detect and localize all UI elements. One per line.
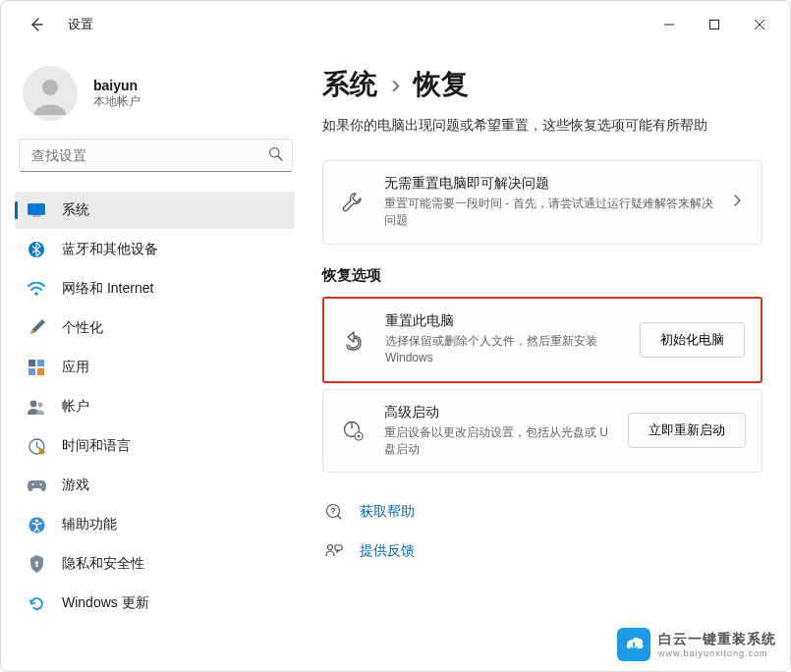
- watermark-title: 白云一键重装系统: [658, 631, 776, 648]
- brush-icon: [27, 318, 46, 338]
- feedback-link-text: 提供反馈: [360, 542, 415, 560]
- svg-line-5: [278, 156, 282, 160]
- chevron-right-icon: ›: [391, 69, 400, 100]
- system-icon: [27, 200, 46, 220]
- advanced-startup-card: 高级启动 重启设备以更改启动设置，包括从光盘或 U 盘启动 立即重新启动: [322, 389, 763, 474]
- user-avatar-icon: [28, 72, 72, 115]
- advanced-desc: 重启设备以更改启动设置，包括从光盘或 U 盘启动: [384, 424, 614, 459]
- nav-item-bluetooth[interactable]: 蓝牙和其他设备: [15, 231, 295, 268]
- nav-label: Windows 更新: [62, 594, 149, 612]
- svg-rect-11: [37, 360, 44, 366]
- nav-item-network[interactable]: 网络和 Internet: [15, 270, 295, 308]
- search-wrap: [19, 139, 293, 172]
- recovery-options-header: 恢复选项: [322, 266, 763, 285]
- help-link-text: 获取帮助: [360, 503, 415, 521]
- page-subtitle: 如果你的电脑出现问题或希望重置，这些恢复选项可能有所帮助: [322, 117, 763, 135]
- nav-label: 蓝牙和其他设备: [62, 241, 158, 258]
- nav-list: 系统 蓝牙和其他设备 网络和 Internet 个性化: [15, 190, 301, 624]
- window-controls: [647, 9, 782, 40]
- nav-item-time-language[interactable]: 时间和语言: [15, 427, 295, 465]
- svg-point-27: [358, 435, 361, 438]
- accounts-icon: [27, 397, 46, 417]
- svg-point-14: [30, 401, 37, 408]
- nav-label: 应用: [62, 359, 89, 376]
- close-button[interactable]: [737, 9, 782, 40]
- breadcrumb: 系统 › 恢复: [322, 66, 763, 103]
- svg-rect-2: [710, 21, 719, 29]
- feedback-link[interactable]: 提供反馈: [322, 533, 763, 569]
- help-icon: ?: [324, 502, 344, 522]
- apps-icon: [27, 358, 46, 377]
- svg-rect-13: [37, 368, 44, 375]
- reset-desc: 选择保留或删除个人文件，然后重新安装 Windows: [385, 333, 626, 367]
- nav-label: 隐私和安全性: [62, 555, 144, 573]
- watermark-url: www.baiyunxitong.com: [658, 648, 776, 658]
- watermark-logo-icon: [617, 628, 650, 661]
- user-account-type: 本地帐户: [93, 93, 141, 110]
- nav-item-accessibility[interactable]: 辅助功能: [15, 506, 295, 543]
- nav-label: 辅助功能: [62, 516, 117, 533]
- reset-pc-card: 重置此电脑 选择保留或删除个人文件，然后重新安装 Windows 初始化电脑: [322, 297, 763, 383]
- reset-pc-button[interactable]: 初始化电脑: [640, 322, 745, 358]
- nav-label: 帐户: [62, 398, 89, 416]
- svg-point-19: [39, 483, 41, 485]
- close-icon: [755, 20, 764, 29]
- shield-icon: [27, 554, 46, 574]
- clock-icon: [27, 436, 46, 456]
- accessibility-icon: [27, 515, 46, 534]
- svg-point-15: [38, 403, 43, 408]
- svg-rect-31: [335, 545, 342, 550]
- restart-now-button[interactable]: 立即重新启动: [628, 413, 746, 448]
- reset-icon: [340, 326, 367, 354]
- nav-label: 时间和语言: [62, 437, 131, 455]
- svg-rect-6: [28, 204, 45, 215]
- nav-item-accounts[interactable]: 帐户: [15, 388, 295, 425]
- search-input[interactable]: [19, 139, 293, 172]
- power-gear-icon: [339, 417, 367, 444]
- user-name: baiyun: [93, 78, 141, 93]
- back-button[interactable]: [19, 7, 54, 42]
- get-help-link[interactable]: ? 获取帮助: [322, 494, 763, 530]
- nav-label: 个性化: [62, 319, 103, 337]
- nav-item-system[interactable]: 系统: [15, 192, 295, 229]
- sidebar: baiyun 本地帐户 系统 蓝牙和其他设备: [1, 48, 301, 671]
- main-content: 系统 › 恢复 如果你的电脑出现问题或希望重置，这些恢复选项可能有所帮助 无需重…: [301, 48, 790, 671]
- nav-label: 网络和 Internet: [62, 280, 153, 298]
- nav-item-gaming[interactable]: 游戏: [15, 467, 295, 504]
- user-block[interactable]: baiyun 本地帐户: [15, 58, 301, 139]
- nav-item-personalization[interactable]: 个性化: [15, 309, 295, 347]
- arrow-left-icon: [28, 17, 44, 32]
- nav-item-windows-update[interactable]: Windows 更新: [15, 585, 295, 622]
- breadcrumb-parent[interactable]: 系统: [322, 66, 377, 103]
- svg-point-3: [42, 80, 58, 95]
- nav-label: 游戏: [62, 476, 89, 494]
- svg-text:?: ?: [330, 506, 336, 516]
- svg-rect-7: [32, 216, 40, 217]
- nav-item-privacy[interactable]: 隐私和安全性: [15, 545, 295, 583]
- svg-rect-23: [35, 564, 37, 568]
- search-icon: [268, 146, 283, 164]
- minimize-button[interactable]: [647, 9, 692, 40]
- nav-label: 系统: [62, 201, 89, 219]
- window-title: 设置: [68, 16, 93, 33]
- svg-rect-12: [28, 368, 35, 375]
- wrench-icon: [339, 189, 367, 216]
- troubleshoot-desc: 重置可能需要一段时间 - 首先，请尝试通过运行疑难解答来解决问题: [384, 196, 714, 230]
- chevron-right-icon: [728, 194, 746, 210]
- maximize-button[interactable]: [692, 9, 737, 40]
- watermark: 白云一键重装系统 www.baiyunxitong.com: [617, 628, 776, 661]
- breadcrumb-current: 恢复: [414, 66, 469, 103]
- reset-title: 重置此电脑: [385, 312, 626, 330]
- nav-item-apps[interactable]: 应用: [15, 349, 295, 386]
- svg-point-30: [328, 545, 333, 550]
- svg-point-9: [34, 292, 38, 296]
- avatar: [23, 66, 78, 121]
- troubleshoot-card[interactable]: 无需重置电脑即可解决问题 重置可能需要一段时间 - 首先，请尝试通过运行疑难解答…: [322, 160, 763, 245]
- svg-rect-10: [28, 360, 35, 366]
- troubleshoot-title: 无需重置电脑即可解决问题: [384, 175, 714, 193]
- titlebar: 设置: [1, 1, 790, 48]
- wifi-icon: [27, 279, 46, 299]
- update-icon: [27, 593, 46, 613]
- feedback-icon: [324, 541, 344, 561]
- gamepad-icon: [27, 476, 46, 495]
